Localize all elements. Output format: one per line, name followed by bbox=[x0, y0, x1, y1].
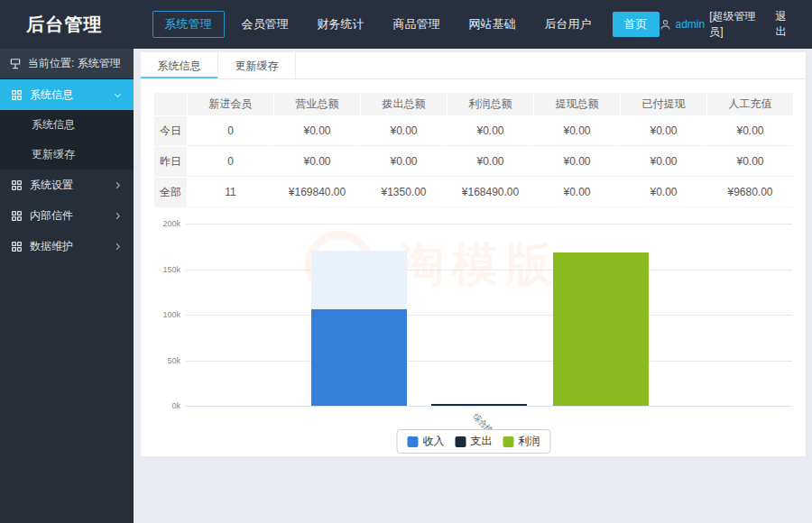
row-label: 今日 bbox=[154, 116, 187, 146]
sidebar-submenu: 系统信息 更新缓存 bbox=[0, 110, 134, 170]
tab-bar: 系统信息 更新缓存 bbox=[141, 52, 806, 79]
header-manual-recharge: 人工充值 bbox=[707, 93, 793, 115]
tab-refresh-cache[interactable]: 更新缓存 bbox=[218, 52, 296, 78]
bar-chart: 淘模版 200k 150k 100k 50k 0k 综合统计 bbox=[153, 216, 794, 453]
cell: ¥0.00 bbox=[274, 147, 360, 177]
legend-label: 支出 bbox=[471, 434, 493, 449]
nav-site-basic[interactable]: 网站基础 bbox=[457, 12, 528, 37]
sidebar-subitem-system-info[interactable]: 系统信息 bbox=[0, 110, 134, 140]
tab-label: 更新缓存 bbox=[235, 60, 279, 72]
sidebar-item-label: 系统信息 bbox=[30, 87, 73, 103]
profit-swatch bbox=[503, 436, 514, 447]
legend-item-income[interactable]: 收入 bbox=[408, 434, 445, 449]
profit-bar[interactable] bbox=[553, 252, 649, 406]
cell: ¥9680.00 bbox=[707, 178, 793, 207]
grid-icon bbox=[11, 89, 23, 101]
sidebar-item-system-settings[interactable]: 系统设置 bbox=[0, 170, 134, 200]
nav-member-manage[interactable]: 会员管理 bbox=[230, 12, 300, 37]
sidebar-item-label: 系统设置 bbox=[30, 178, 73, 193]
y-tick: 0k bbox=[153, 401, 180, 410]
gridline bbox=[186, 224, 792, 225]
sidebar-item-label: 内部信件 bbox=[30, 208, 73, 224]
username-link[interactable]: admin bbox=[676, 18, 706, 31]
content-card: 系统信息 更新缓存 新进会员 营业总额 拨出总额 利润总额 提现总额 已付提现 … bbox=[141, 52, 806, 456]
cell: ¥0.00 bbox=[361, 147, 447, 177]
expense-bar[interactable] bbox=[431, 404, 527, 406]
nav-admin-users[interactable]: 后台用户 bbox=[533, 12, 604, 37]
cell: ¥0.00 bbox=[361, 116, 447, 146]
cell: ¥0.00 bbox=[534, 147, 620, 177]
main-area: 系统信息 更新缓存 新进会员 营业总额 拨出总额 利润总额 提现总额 已付提现 … bbox=[134, 49, 812, 523]
chevron-right-icon bbox=[113, 242, 123, 252]
header-profit-total: 利润总额 bbox=[448, 93, 533, 115]
expense-swatch bbox=[456, 436, 466, 447]
income-bar[interactable] bbox=[311, 251, 407, 406]
cell: ¥1350.00 bbox=[361, 178, 447, 207]
y-tick: 200k bbox=[153, 219, 180, 228]
cell: ¥0.00 bbox=[448, 116, 533, 146]
header-payout-total: 拨出总额 bbox=[361, 93, 447, 115]
header-paid-withdraw: 已付提现 bbox=[621, 93, 706, 115]
cell: ¥0.00 bbox=[534, 116, 620, 146]
sidebar-item-internal-mail[interactable]: 内部信件 bbox=[0, 200, 134, 231]
user-role: [超级管理员] bbox=[709, 9, 765, 40]
nav-finance-stats[interactable]: 财务统计 bbox=[306, 12, 376, 37]
cell: ¥0.00 bbox=[707, 116, 793, 146]
chevron-right-icon bbox=[113, 211, 123, 221]
cell: 0 bbox=[188, 147, 273, 177]
cell: ¥0.00 bbox=[621, 147, 706, 177]
stats-table: 新进会员 营业总额 拨出总额 利润总额 提现总额 已付提现 人工充值 今日 0 … bbox=[153, 92, 794, 208]
breadcrumb-label: 当前位置: 系统管理 bbox=[28, 56, 121, 71]
row-label: 全部 bbox=[154, 178, 187, 207]
grid-icon bbox=[11, 210, 23, 222]
x-axis-line bbox=[186, 406, 792, 407]
cell: ¥0.00 bbox=[274, 116, 360, 146]
y-tick: 50k bbox=[153, 356, 180, 365]
top-nav: 系统管理 会员管理 财务统计 商品管理 网站基础 后台用户 首页 bbox=[152, 11, 660, 38]
chevron-right-icon bbox=[113, 180, 123, 190]
cell: 11 bbox=[188, 178, 273, 207]
grid-icon bbox=[11, 179, 23, 191]
plot-area: 综合统计 bbox=[186, 224, 792, 406]
table-row-today: 今日 0 ¥0.00 ¥0.00 ¥0.00 ¥0.00 ¥0.00 ¥0.00 bbox=[154, 116, 793, 146]
chart-legend: 收入 支出 利润 bbox=[397, 429, 551, 454]
y-tick: 150k bbox=[153, 265, 180, 274]
logout-link[interactable]: 退出 bbox=[776, 9, 796, 40]
cell: ¥0.00 bbox=[448, 147, 533, 177]
gridline bbox=[186, 270, 792, 271]
grid-icon bbox=[11, 241, 23, 252]
tab-system-info[interactable]: 系统信息 bbox=[141, 52, 218, 78]
nav-system-manage[interactable]: 系统管理 bbox=[152, 11, 225, 38]
sidebar: 当前位置: 系统管理 系统信息 系统信息 更新缓存 系统设置 bbox=[0, 49, 134, 523]
app-logo: 后台管理 bbox=[0, 13, 129, 37]
user-box: admin [超级管理员] 退出 bbox=[660, 9, 797, 40]
header-blank bbox=[154, 93, 187, 115]
sidebar-subitem-refresh-cache[interactable]: 更新缓存 bbox=[0, 140, 134, 170]
table-header-row: 新进会员 营业总额 拨出总额 利润总额 提现总额 已付提现 人工充值 bbox=[154, 93, 793, 115]
signpost-icon bbox=[9, 58, 22, 70]
cell: 0 bbox=[188, 116, 273, 146]
cell: ¥168490.00 bbox=[448, 178, 533, 207]
header-revenue-total: 营业总额 bbox=[274, 93, 360, 115]
cell: ¥0.00 bbox=[534, 178, 620, 207]
nav-home[interactable]: 首页 bbox=[613, 12, 660, 37]
header-new-members: 新进会员 bbox=[188, 93, 273, 115]
legend-label: 利润 bbox=[519, 434, 540, 449]
cell: ¥169840.00 bbox=[274, 178, 360, 207]
legend-label: 收入 bbox=[423, 434, 445, 449]
nav-goods-manage[interactable]: 商品管理 bbox=[382, 12, 452, 37]
cell: ¥0.00 bbox=[621, 116, 706, 146]
sidebar-item-system-info[interactable]: 系统信息 bbox=[0, 79, 134, 110]
y-tick: 100k bbox=[153, 310, 180, 319]
cell: ¥0.00 bbox=[707, 147, 793, 177]
topbar: 后台管理 系统管理 会员管理 财务统计 商品管理 网站基础 后台用户 首页 ad… bbox=[0, 0, 812, 49]
sidebar-item-data-maintenance[interactable]: 数据维护 bbox=[0, 231, 134, 262]
income-bar-highlight bbox=[311, 251, 407, 309]
cell: ¥0.00 bbox=[621, 178, 706, 207]
legend-item-expense[interactable]: 支出 bbox=[456, 434, 493, 449]
breadcrumb: 当前位置: 系统管理 bbox=[0, 49, 134, 79]
legend-item-profit[interactable]: 利润 bbox=[503, 434, 540, 449]
tab-label: 系统信息 bbox=[158, 60, 201, 72]
income-swatch bbox=[408, 436, 419, 447]
table-row-all: 全部 11 ¥169840.00 ¥1350.00 ¥168490.00 ¥0.… bbox=[154, 178, 793, 207]
